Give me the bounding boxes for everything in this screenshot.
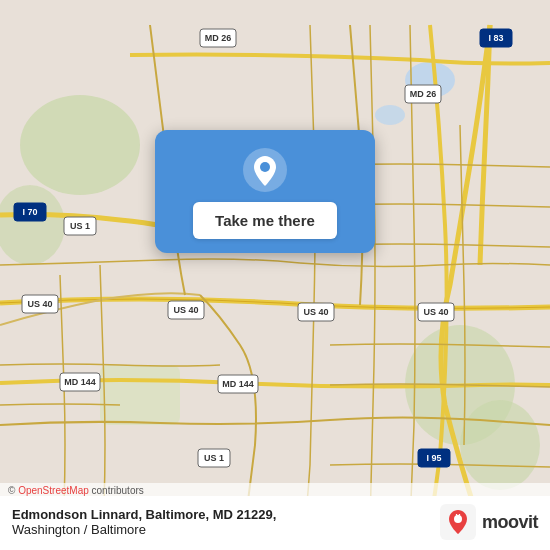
- svg-text:I 70: I 70: [22, 207, 37, 217]
- svg-text:MD 26: MD 26: [205, 33, 232, 43]
- svg-text:I 95: I 95: [426, 453, 441, 463]
- svg-point-7: [375, 105, 405, 125]
- svg-text:I 83: I 83: [488, 33, 503, 43]
- svg-text:MD 144: MD 144: [222, 379, 254, 389]
- svg-text:US 40: US 40: [27, 299, 52, 309]
- svg-text:US 1: US 1: [204, 453, 224, 463]
- map-container: MD 26 I 83 MD 26 I 70 US 1 US 40 US 40 U…: [0, 0, 550, 550]
- svg-point-35: [260, 162, 270, 172]
- address-line: Edmondson Linnard, Baltimore, MD 21229,: [12, 507, 276, 522]
- take-me-there-button[interactable]: Take me there: [193, 202, 337, 239]
- svg-text:MD 144: MD 144: [64, 377, 96, 387]
- svg-point-1: [20, 95, 140, 195]
- copyright-text: © OpenStreetMap contributors: [8, 485, 144, 496]
- moovit-text: moovit: [482, 512, 538, 533]
- moovit-logo: M moovit: [440, 504, 538, 540]
- svg-text:US 40: US 40: [303, 307, 328, 317]
- address-block: Edmondson Linnard, Baltimore, MD 21229, …: [12, 507, 276, 537]
- svg-text:US 1: US 1: [70, 221, 90, 231]
- svg-rect-5: [100, 365, 180, 425]
- moovit-icon: M: [440, 504, 476, 540]
- svg-text:US 40: US 40: [423, 307, 448, 317]
- popup-card: Take me there: [155, 130, 375, 253]
- bottom-bar: Edmondson Linnard, Baltimore, MD 21229, …: [0, 496, 550, 550]
- svg-point-4: [460, 400, 540, 490]
- city-line: Washington / Baltimore: [12, 522, 276, 537]
- svg-text:M: M: [455, 513, 460, 519]
- map-background: MD 26 I 83 MD 26 I 70 US 1 US 40 US 40 U…: [0, 0, 550, 550]
- location-pin-icon: [243, 148, 287, 192]
- svg-text:MD 26: MD 26: [410, 89, 437, 99]
- svg-text:US 40: US 40: [173, 305, 198, 315]
